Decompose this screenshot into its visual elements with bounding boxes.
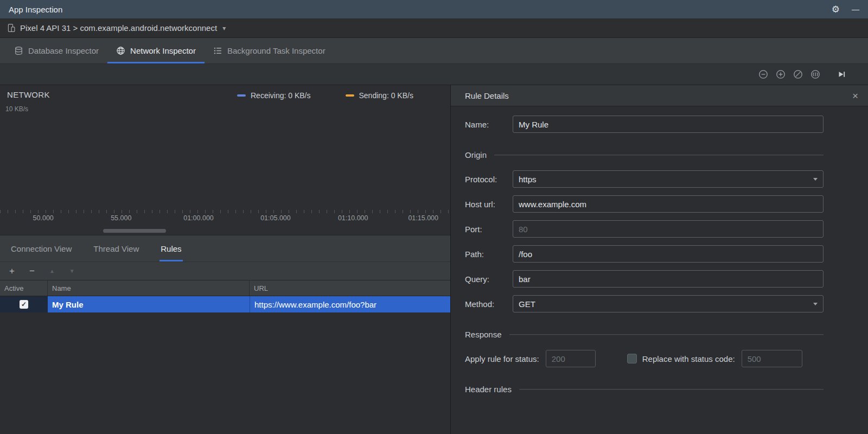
tab-label: Database Inspector [28, 46, 99, 55]
timeline-tick: 01:15.000 [408, 214, 438, 222]
dropdown-arrow-icon [813, 303, 818, 305]
rule-url-cell[interactable]: https://www.example.com/foo?bar [250, 296, 450, 312]
rules-table-empty-area [0, 312, 450, 434]
timeline-tick: 55.000 [111, 214, 131, 222]
rule-details-header: Rule Details × [451, 85, 868, 106]
tab-label: Network Inspector [130, 46, 196, 55]
table-row[interactable]: ✓ My Rule https://www.example.com/foo?ba… [0, 296, 450, 312]
rule-details-form: Name: Origin Protocol: https Host url: P… [451, 106, 868, 434]
port-field[interactable] [513, 220, 824, 238]
device-process-selector[interactable]: Pixel 4 API 31 > com.example.android.net… [20, 23, 217, 33]
port-label: Port: [465, 225, 513, 234]
zoom-out-icon[interactable] [758, 69, 768, 79]
timeline-labels: 50.000 55.000 01:00.000 01:05.000 01:10.… [0, 214, 450, 223]
titlebar-actions: ⚙ — [832, 5, 859, 14]
timeline-tick: 01:10.000 [338, 214, 368, 222]
legend-sending: Sending: 0 KB/s [346, 91, 413, 100]
legend-label: Receiving: 0 KB/s [251, 91, 311, 100]
tab-background-task-inspector[interactable]: Background Task Inspector [205, 38, 334, 63]
header-rules-section-header: Header rules [465, 385, 824, 394]
zoom-to-selection-icon[interactable] [810, 69, 820, 79]
status-code-row: Apply rule for status: Replace with stat… [465, 350, 824, 367]
column-header-name[interactable]: Name [48, 280, 250, 296]
protocol-label: Protocol: [465, 175, 513, 184]
tab-connection-view[interactable]: Connection View [10, 235, 73, 261]
legend-receiving: Receiving: 0 KB/s [237, 91, 311, 100]
tab-database-inspector[interactable]: Database Inspector [5, 38, 107, 63]
apply-status-field[interactable] [546, 350, 596, 367]
check-icon: ✓ [21, 301, 27, 308]
device-bar: Pixel 4 API 31 > com.example.android.net… [0, 18, 868, 38]
rules-toolbar: + − ▲ ▼ [0, 261, 450, 280]
host-label: Host url: [465, 200, 513, 209]
zoom-in-icon[interactable] [776, 69, 786, 79]
rule-name-cell[interactable]: My Rule [48, 296, 250, 312]
chevron-down-icon[interactable]: ▾ [222, 24, 226, 32]
method-row: Method: GET [465, 295, 824, 312]
tab-rules[interactable]: Rules [159, 235, 182, 261]
main-split: NETWORK 10 KB/s Receiving: 0 KB/s Sendin… [0, 85, 868, 434]
sending-swatch-icon [346, 94, 354, 97]
path-label: Path: [465, 250, 513, 259]
dropdown-arrow-icon [813, 178, 818, 181]
timeline-tick: 01:00.000 [183, 214, 214, 222]
task-list-icon [213, 46, 222, 55]
path-row: Path: [465, 245, 824, 263]
column-header-active[interactable]: Active [0, 280, 48, 296]
port-row: Port: [465, 220, 824, 238]
origin-section-title: Origin [465, 150, 487, 159]
window-title: App Inspection [9, 5, 62, 14]
tab-label: Rules [161, 244, 181, 253]
host-row: Host url: [465, 195, 824, 213]
protocol-dropdown[interactable]: https [513, 170, 824, 188]
chart-y-axis-tick: 10 KB/s [5, 105, 28, 113]
legend-label: Sending: 0 KB/s [359, 91, 413, 100]
timeline-tick: 50.000 [33, 214, 54, 222]
tab-label: Connection View [11, 244, 72, 253]
network-chart[interactable]: NETWORK 10 KB/s Receiving: 0 KB/s Sendin… [0, 85, 450, 235]
method-label: Method: [465, 299, 513, 309]
name-field[interactable] [513, 116, 824, 133]
titlebar: App Inspection ⚙ — [0, 0, 868, 18]
method-dropdown[interactable]: GET [513, 295, 824, 312]
query-field[interactable] [513, 270, 824, 288]
tab-thread-view[interactable]: Thread View [92, 235, 140, 261]
header-rules-section-title: Header rules [465, 385, 512, 394]
column-header-url[interactable]: URL [250, 280, 450, 296]
path-field[interactable] [513, 245, 824, 263]
apply-status-label: Apply rule for status: [465, 354, 539, 363]
timeline-scrollbar[interactable] [103, 229, 166, 233]
response-section-header: Response [465, 330, 824, 339]
replace-status-label: Replace with status code: [642, 354, 735, 363]
replace-status-field[interactable] [742, 350, 802, 367]
rules-table-header: Active Name URL [0, 280, 450, 296]
timeline-axis: 50.000 55.000 01:00.000 01:05.000 01:10.… [0, 210, 450, 223]
method-value: GET [519, 299, 535, 309]
reset-zoom-icon[interactable] [793, 69, 803, 79]
move-down-icon[interactable]: ▼ [69, 269, 75, 274]
database-icon [14, 46, 23, 55]
close-icon[interactable]: × [852, 91, 858, 101]
add-rule-button[interactable]: + [9, 266, 15, 276]
go-live-icon[interactable] [837, 69, 846, 79]
move-up-icon[interactable]: ▲ [49, 269, 55, 274]
gear-icon[interactable]: ⚙ [832, 5, 840, 14]
query-row: Query: [465, 270, 824, 288]
rule-active-checkbox[interactable]: ✓ [20, 300, 28, 309]
inspector-tab-bar: Database Inspector Network Inspector Bac… [0, 38, 868, 64]
remove-rule-button[interactable]: − [29, 266, 35, 276]
origin-section-header: Origin [465, 150, 824, 159]
protocol-value: https [519, 175, 537, 184]
replace-status-checkbox[interactable] [627, 354, 637, 363]
minimize-icon[interactable]: — [852, 5, 859, 13]
globe-icon [116, 46, 125, 55]
section-divider [494, 155, 824, 156]
rule-details-panel: Rule Details × Name: Origin Protocol: ht… [451, 85, 868, 434]
host-field[interactable] [513, 195, 824, 213]
network-pane: NETWORK 10 KB/s Receiving: 0 KB/s Sendin… [0, 85, 451, 434]
name-row: Name: [465, 116, 824, 133]
view-tab-bar: Connection View Thread View Rules [0, 235, 450, 261]
timeline-tick: 01:05.000 [260, 214, 291, 222]
device-phone-icon [7, 23, 16, 33]
tab-network-inspector[interactable]: Network Inspector [107, 38, 205, 63]
